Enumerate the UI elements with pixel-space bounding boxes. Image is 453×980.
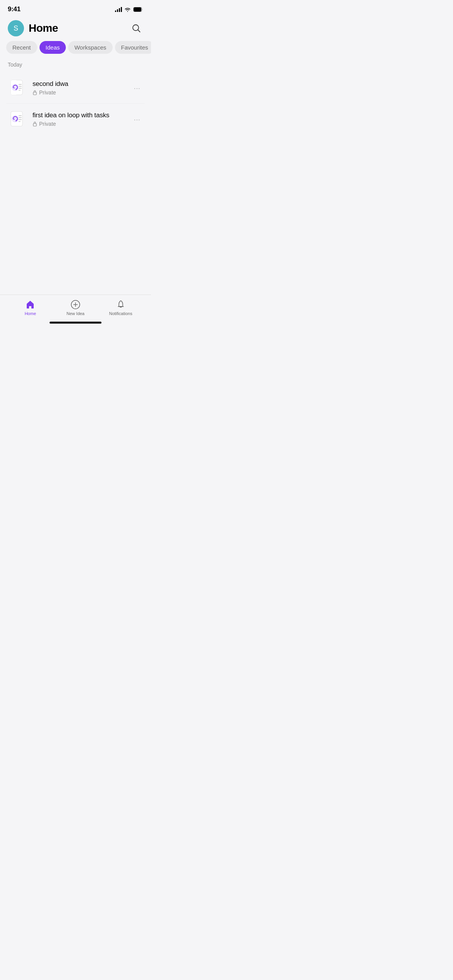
nav-new-idea-label: New Idea [67,311,84,316]
nav-new-idea[interactable]: New Idea [53,300,98,316]
item-more-button-1[interactable]: ··· [130,81,143,96]
svg-rect-1 [134,7,141,12]
status-icons [115,7,143,12]
svg-rect-6 [19,84,22,85]
header-left: S Home [8,20,58,36]
wifi-icon [124,7,131,12]
item-content-2: first idea on loop with tasks Private [33,111,126,127]
idea-icon-2 [8,109,28,129]
list-item[interactable]: second idwa Private ··· [6,72,145,104]
svg-rect-16 [19,121,21,122]
svg-rect-8 [19,88,22,89]
tabs-container: Recent Ideas Workspaces Favourites [0,41,151,54]
svg-rect-17 [33,123,36,126]
nav-home[interactable]: Home [8,300,53,316]
svg-rect-13 [19,115,22,116]
section-label: Today [0,62,151,68]
lock-icon [33,90,37,95]
avatar[interactable]: S [8,20,24,36]
search-icon [132,24,141,33]
tab-favourites[interactable]: Favourites [115,41,151,54]
home-indicator [50,322,101,324]
battery-icon [133,7,143,12]
lock-icon [33,121,37,127]
svg-point-2 [133,25,139,31]
page-title: Home [29,22,58,34]
list-item[interactable]: first idea on loop with tasks Private ··… [6,104,145,135]
home-icon [25,300,35,310]
nav-home-label: Home [25,311,36,316]
item-privacy-1: Private [33,89,126,96]
item-more-button-2[interactable]: ··· [130,112,143,127]
status-bar: 9:41 [0,0,151,17]
svg-rect-15 [19,119,22,120]
status-time: 9:41 [8,5,21,13]
item-title-1: second idwa [33,80,126,88]
svg-rect-14 [19,117,22,118]
nav-notifications[interactable]: Notifications [98,300,143,316]
plus-circle-icon [70,300,81,310]
bell-icon [116,300,126,310]
item-privacy-2: Private [33,121,126,127]
signal-icon [115,7,122,12]
nav-notifications-label: Notifications [109,311,132,316]
svg-rect-7 [19,86,22,87]
svg-rect-10 [33,92,36,95]
svg-rect-9 [19,90,21,91]
tab-workspaces[interactable]: Workspaces [68,41,112,54]
item-content-1: second idwa Private [33,80,126,96]
tab-recent[interactable]: Recent [6,41,37,54]
search-button[interactable] [129,21,143,35]
items-list: second idwa Private ··· [0,72,151,135]
idea-icon-1 [8,78,28,98]
header: S Home [0,17,151,41]
item-title-2: first idea on loop with tasks [33,111,126,119]
tab-ideas[interactable]: Ideas [39,41,66,54]
